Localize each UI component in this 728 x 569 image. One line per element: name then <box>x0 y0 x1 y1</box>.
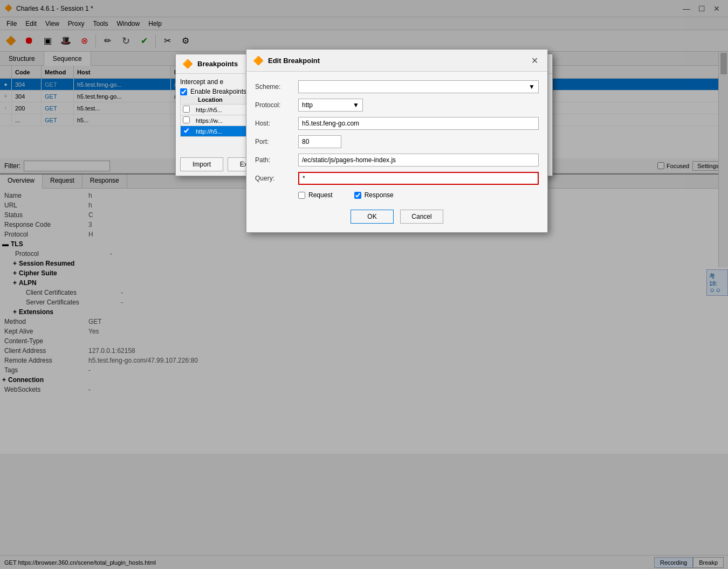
query-label: Query: <box>255 175 298 182</box>
edit-bp-icon: 🔶 <box>253 55 264 66</box>
enable-breakpoints-label: Enable Breakpoints <box>190 88 246 95</box>
protocol-label: Protocol: <box>255 101 298 109</box>
bp-checkbox-3[interactable] <box>183 127 190 134</box>
host-row: Host: <box>255 117 539 130</box>
query-row: Query: <box>255 172 539 185</box>
import-button[interactable]: Import <box>180 157 223 171</box>
edit-bp-body: Scheme: ▼ Protocol: http ▼ Host <box>246 72 547 232</box>
breakpoints-icon: 🔶 <box>182 59 193 69</box>
enable-breakpoints-checkbox[interactable] <box>180 88 187 95</box>
edit-breakpoint-dialog: 🔶 Edit Breakpoint ✕ Scheme: ▼ Protocol: <box>246 49 548 233</box>
request-checkbox[interactable] <box>298 192 305 199</box>
request-label: Request <box>308 191 333 199</box>
port-row: Port: <box>255 135 539 148</box>
checkbox-row: Request Response <box>255 191 539 199</box>
host-input[interactable] <box>298 117 539 130</box>
protocol-value: http <box>302 101 313 109</box>
host-label: Host: <box>255 120 298 127</box>
protocol-chevron-icon: ▼ <box>353 101 359 109</box>
bp-checkbox-1[interactable] <box>183 106 190 113</box>
response-label: Response <box>365 191 394 199</box>
scheme-label: Scheme: <box>255 83 298 91</box>
path-input[interactable] <box>298 154 539 166</box>
path-label: Path: <box>255 156 298 164</box>
response-checkbox-area: Response <box>354 191 394 199</box>
breakpoints-dialog: 🔶 Breakpoints Intercept and e Enable Bre… <box>175 54 553 176</box>
protocol-row: Protocol: http ▼ <box>255 99 539 112</box>
port-label: Port: <box>255 138 298 145</box>
edit-bp-ok-button[interactable]: OK <box>351 210 394 224</box>
dialog-overlay: 🔶 Breakpoints Intercept and e Enable Bre… <box>0 0 728 569</box>
edit-bp-close-button[interactable]: ✕ <box>528 54 541 67</box>
edit-bp-buttons: OK Cancel <box>255 207 539 224</box>
scheme-select[interactable]: ▼ <box>298 80 539 93</box>
port-input[interactable] <box>298 135 341 148</box>
edit-bp-cancel-button[interactable]: Cancel <box>400 210 443 224</box>
request-checkbox-area: Request <box>298 191 333 199</box>
th-checkbox <box>183 96 196 103</box>
scheme-row: Scheme: ▼ <box>255 80 539 93</box>
query-input[interactable] <box>298 172 539 185</box>
protocol-select[interactable]: http ▼ <box>298 99 363 112</box>
bp-checkbox-2[interactable] <box>183 116 190 123</box>
edit-bp-title-bar: 🔶 Edit Breakpoint ✕ <box>246 50 547 72</box>
scheme-chevron-icon: ▼ <box>528 83 535 91</box>
edit-bp-title: Edit Breakpoint <box>268 57 528 65</box>
path-row: Path: <box>255 154 539 166</box>
response-checkbox[interactable] <box>354 192 361 199</box>
